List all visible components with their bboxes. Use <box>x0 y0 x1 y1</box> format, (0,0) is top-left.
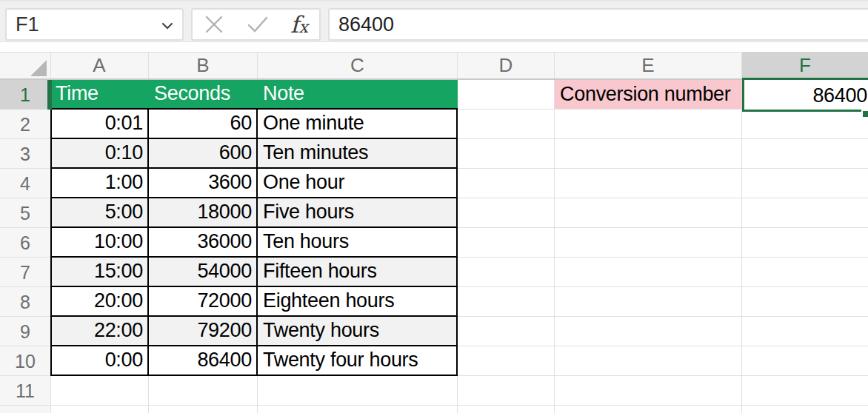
note-cell[interactable]: Fifteen hours <box>258 258 458 287</box>
selected-row-accent <box>47 80 52 110</box>
seconds-cell[interactable]: 79200 <box>149 317 258 346</box>
row-header-3[interactable]: 3 <box>0 139 50 169</box>
note-cell[interactable]: Twenty hours <box>258 317 458 346</box>
note-cell[interactable]: Five hours <box>258 198 458 228</box>
table-row: 0:01 60 One minute <box>50 110 458 139</box>
formula-bar: F1 fx 86400 <box>0 0 868 42</box>
formula-input[interactable]: 86400 <box>328 8 868 41</box>
note-cell[interactable]: One minute <box>258 110 458 139</box>
time-cell[interactable]: 5:00 <box>50 198 149 228</box>
time-cell[interactable]: 10:00 <box>50 228 149 258</box>
row-header-2[interactable]: 2 <box>0 110 50 139</box>
column-header-f-selected[interactable]: F <box>742 52 868 79</box>
formula-value: 86400 <box>338 13 394 36</box>
conversion-label-cell[interactable]: Conversion number <box>555 80 742 109</box>
row-header-10[interactable]: 10 <box>0 346 50 376</box>
fill-handle[interactable] <box>861 110 868 117</box>
header-cell-note[interactable]: Note <box>258 80 458 108</box>
data-table: Time Seconds Note 0:01 60 One minute 0:1… <box>50 80 458 376</box>
table-row: 10:00 36000 Ten hours <box>50 228 458 258</box>
conversion-value: 86400 <box>812 84 867 107</box>
table-row: 0:00 86400 Twenty four hours <box>50 346 458 376</box>
column-header-d[interactable]: D <box>458 52 554 79</box>
table-row: 22:00 79200 Twenty hours <box>50 317 458 346</box>
chevron-down-icon[interactable] <box>161 22 173 30</box>
column-header-e[interactable]: E <box>555 52 741 79</box>
table-row: 1:00 3600 One hour <box>50 169 458 198</box>
row-header-8[interactable]: 8 <box>0 287 50 317</box>
time-cell[interactable]: 20:00 <box>50 287 149 317</box>
header-cell-time[interactable]: Time <box>50 80 149 108</box>
time-cell[interactable]: 0:00 <box>50 346 149 376</box>
column-header-c[interactable]: C <box>258 52 457 79</box>
header-cell-seconds[interactable]: Seconds <box>149 80 258 108</box>
time-cell[interactable]: 1:00 <box>50 169 149 198</box>
table-header-row: Time Seconds Note <box>50 80 458 110</box>
table-row: 5:00 18000 Five hours <box>50 198 458 228</box>
enter-check-icon[interactable] <box>246 15 270 34</box>
seconds-cell[interactable]: 36000 <box>149 228 258 258</box>
time-cell[interactable]: 22:00 <box>50 317 149 346</box>
column-header-b[interactable]: B <box>149 52 257 79</box>
note-cell[interactable]: One hour <box>258 169 458 198</box>
time-cell[interactable]: 0:10 <box>50 139 149 169</box>
note-cell[interactable]: Ten minutes <box>258 139 458 169</box>
seconds-cell[interactable]: 18000 <box>149 198 258 228</box>
conversion-label: Conversion number <box>560 83 731 106</box>
seconds-cell[interactable]: 72000 <box>149 287 258 317</box>
formula-button-group: fx <box>191 8 321 41</box>
table-row: 0:10 600 Ten minutes <box>50 139 458 169</box>
table-row: 15:00 54000 Fifteen hours <box>50 258 458 287</box>
time-cell[interactable]: 0:01 <box>50 110 149 139</box>
column-header-a[interactable]: A <box>50 52 148 79</box>
seconds-cell[interactable]: 60 <box>149 110 258 139</box>
row-header-1-selected[interactable]: 1 <box>0 80 50 110</box>
seconds-cell[interactable]: 600 <box>149 139 258 169</box>
name-box[interactable]: F1 <box>5 8 184 41</box>
row-header-7[interactable]: 7 <box>0 258 50 287</box>
select-all-corner[interactable] <box>0 52 50 79</box>
row-header-9[interactable]: 9 <box>0 317 50 346</box>
note-cell[interactable]: Twenty four hours <box>258 346 458 376</box>
seconds-cell[interactable]: 86400 <box>149 346 258 376</box>
name-box-value: F1 <box>16 13 39 36</box>
seconds-cell[interactable]: 54000 <box>149 258 258 287</box>
note-cell[interactable]: Eighteen hours <box>258 287 458 317</box>
row-header-6[interactable]: 6 <box>0 228 50 258</box>
select-all-triangle-icon <box>30 60 47 76</box>
spreadsheet-app: F1 fx 86400 A B C <box>0 0 868 413</box>
row-header-4[interactable]: 4 <box>0 169 50 198</box>
row-header-5[interactable]: 5 <box>0 198 50 228</box>
time-cell[interactable]: 15:00 <box>50 258 149 287</box>
row-header-11[interactable]: 11 <box>0 376 50 406</box>
selected-cell-f1[interactable]: 86400 <box>742 78 868 112</box>
cancel-icon[interactable] <box>204 14 224 35</box>
insert-function-icon[interactable]: fx <box>290 11 308 38</box>
note-cell[interactable]: Ten hours <box>258 228 458 258</box>
seconds-cell[interactable]: 3600 <box>149 169 258 198</box>
table-row: 20:00 72000 Eighteen hours <box>50 287 458 317</box>
